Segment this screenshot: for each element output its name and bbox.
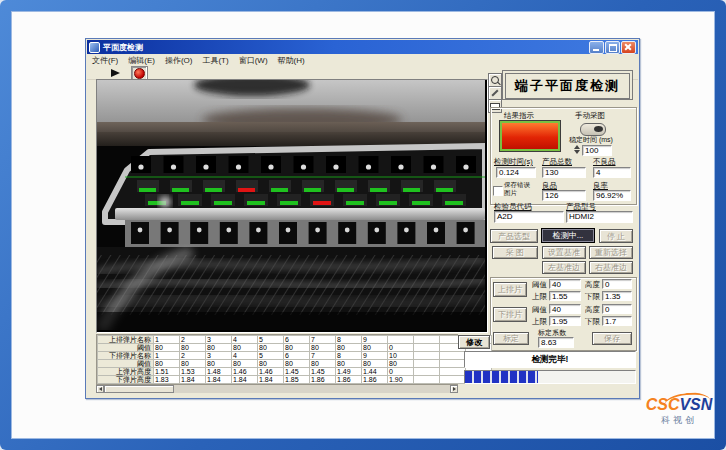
- table-cell: [414, 352, 440, 360]
- menu-item[interactable]: 窗口(W): [234, 55, 273, 66]
- connector-photo: [97, 80, 485, 330]
- table-cell: 80: [258, 360, 284, 368]
- menu-item[interactable]: 编辑(E): [123, 55, 160, 66]
- calibration-factor-field[interactable]: 8.63: [538, 337, 574, 348]
- table-cell: 1.83: [154, 376, 180, 384]
- upper-row-button[interactable]: 上排片: [493, 282, 527, 297]
- lower-row-button[interactable]: 下排片: [493, 307, 527, 322]
- menu-item[interactable]: 帮助(H): [273, 55, 310, 66]
- table-row: 下弹片高度1.831.841.841.841.841.851.861.861.8…: [98, 376, 492, 384]
- menu-item[interactable]: 操作(O): [160, 55, 198, 66]
- set-reference-button[interactable]: 设置基准: [542, 246, 586, 259]
- logo: CSCVSN 科视创: [636, 396, 722, 427]
- table-row: 上弹片高度1.511.531.481.461.461.451.451.491.4…: [98, 368, 492, 376]
- status-text: 检测完毕!: [532, 354, 569, 366]
- lower-min-label: 下限: [585, 317, 600, 327]
- table-cell: 6: [284, 336, 310, 344]
- capture-button[interactable]: 采 图: [492, 246, 538, 259]
- table-cell: 7: [310, 352, 336, 360]
- model-field[interactable]: HDMI2: [566, 211, 633, 223]
- scrollbar-thumb[interactable]: [104, 385, 174, 393]
- upper-max-field[interactable]: 1.55: [549, 291, 581, 301]
- scroll-left-icon[interactable]: [96, 385, 104, 393]
- table-cell: 3: [206, 352, 232, 360]
- lower-height-field[interactable]: 0: [602, 304, 632, 314]
- pin-holes-top-row: [131, 156, 476, 173]
- maximize-icon[interactable]: [605, 41, 620, 54]
- zoom-tool-button[interactable]: [488, 73, 502, 87]
- draw-tool-button[interactable]: [488, 86, 502, 100]
- table-cell: 1: [154, 336, 180, 344]
- detect-time-label: 检测时间(s): [494, 157, 533, 167]
- lower-min-field[interactable]: 1.7: [602, 316, 632, 326]
- lower-max-field[interactable]: 1.95: [549, 316, 581, 326]
- stable-time-field[interactable]: 100: [582, 145, 612, 156]
- table-cell: [440, 376, 466, 384]
- table-scrollbar[interactable]: [96, 385, 458, 393]
- table-cell: 5: [258, 352, 284, 360]
- table-cell: [414, 344, 440, 352]
- spin-up-icon[interactable]: [574, 145, 580, 149]
- table-cell: 1.85: [284, 376, 310, 384]
- result-indicator: [500, 121, 560, 151]
- table-cell: 2: [180, 336, 206, 344]
- upper-threshold-field[interactable]: 40: [549, 279, 581, 289]
- lower-threshold-field[interactable]: 40: [549, 304, 581, 314]
- product-select-button[interactable]: 产品选型: [490, 229, 538, 243]
- reselect-button[interactable]: 重新选择: [589, 246, 633, 259]
- table-cell: 80: [258, 344, 284, 352]
- table-cell: 80: [388, 360, 414, 368]
- table-cell: 9: [362, 352, 388, 360]
- table-cell: 80: [284, 360, 310, 368]
- menu-item[interactable]: 文件(F): [87, 55, 123, 66]
- total-label: 产品总数: [542, 157, 572, 167]
- lower-threshold-label: 阈值: [532, 305, 547, 315]
- table-cell: 80: [206, 344, 232, 352]
- table-cell: 1.84: [206, 376, 232, 384]
- menu-item[interactable]: 工具(T): [197, 55, 233, 66]
- spin-down-icon[interactable]: [574, 150, 580, 154]
- banner-title: 端子平面度检测: [505, 73, 630, 99]
- window-title: 平面度检测: [103, 42, 143, 53]
- table-cell: 1.44: [362, 368, 388, 376]
- upper-height-field[interactable]: 0: [602, 279, 632, 289]
- calibrate-button[interactable]: 标定: [493, 332, 529, 345]
- table-cell: 1.86: [362, 376, 388, 384]
- good-value: 126: [542, 190, 586, 201]
- table-row: 下排弹片名称12345678910: [98, 352, 492, 360]
- upper-min-field[interactable]: 1.35: [602, 291, 632, 301]
- table-cell: 80: [154, 344, 180, 352]
- table-cell: 1.51: [154, 368, 180, 376]
- row-label: 上弹片高度: [98, 368, 154, 376]
- table-cell: 80: [206, 360, 232, 368]
- table-cell: 1: [154, 352, 180, 360]
- camera-image: [96, 79, 488, 333]
- table-cell: 80: [232, 360, 258, 368]
- table-cell: [440, 368, 466, 376]
- lower-height-label: 高度: [585, 305, 600, 315]
- modify-button[interactable]: 修改: [458, 335, 490, 349]
- title-bar[interactable]: 平面度检测: [87, 40, 638, 54]
- inspector-field[interactable]: A2D: [494, 211, 564, 223]
- save-error-checkbox[interactable]: [493, 186, 503, 196]
- scroll-right-icon[interactable]: [450, 385, 458, 393]
- right-reference-button[interactable]: 右基准边: [589, 261, 633, 274]
- stop-button[interactable]: 停 止: [599, 229, 633, 243]
- save-error-label: 保存错误图片: [504, 181, 530, 197]
- detect-time-value: 0.124: [496, 167, 536, 178]
- minimize-icon[interactable]: [589, 41, 604, 54]
- save-button[interactable]: 保存: [592, 332, 632, 345]
- cursor-tool-icon[interactable]: [111, 69, 120, 77]
- left-reference-button[interactable]: 左基准边: [542, 261, 586, 274]
- table-cell: 8: [336, 352, 362, 360]
- table-cell: 80: [284, 344, 310, 352]
- table-cell: [388, 336, 414, 344]
- detecting-button[interactable]: 检测中...: [541, 228, 595, 243]
- magnifier-icon: [491, 76, 499, 84]
- results-table-wrap: 上排弹片名称123456789阈值8080808080808080800下排弹片…: [96, 334, 458, 385]
- table-cell: 80: [336, 360, 362, 368]
- close-icon[interactable]: [621, 41, 636, 54]
- stable-time-stepper[interactable]: [574, 145, 580, 156]
- table-cell: [414, 336, 440, 344]
- row-label: 下弹片高度: [98, 376, 154, 384]
